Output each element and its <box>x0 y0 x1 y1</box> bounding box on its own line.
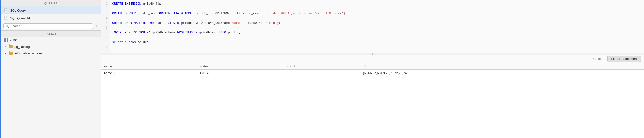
cell-name: name02 <box>101 70 197 76</box>
line-num-7: 7 <box>101 30 110 35</box>
line-num-3: 3 <box>101 11 110 16</box>
search-input-wrap: 🔍 <box>3 23 93 29</box>
line-num-2: 2 <box>101 6 110 11</box>
table-row: name02 FALSE 2 {65,66,67,68,69,70,71,72,… <box>101 70 644 76</box>
blue-accent <box>0 0 1 138</box>
tables-section-header: TABLES <box>1 30 101 37</box>
cell-status: FALSE <box>197 70 284 76</box>
results-table: name status count lob name02 FALSE 2 {65… <box>101 63 644 76</box>
folder-icon-info-schema <box>9 52 12 55</box>
svg-rect-0 <box>4 8 7 12</box>
table-name-pg-catalog: pg_catalog <box>14 45 30 49</box>
col-header-count: count <box>284 63 360 70</box>
query-label-2: SQL Query 14 <box>10 16 30 20</box>
drag-handle[interactable] <box>101 53 644 55</box>
triangle-icon-2: ► <box>4 52 7 55</box>
line-num-4: 4 <box>101 16 110 21</box>
svg-rect-4 <box>4 16 7 20</box>
code-line-3: CREATE SERVER griddb_svr FOREIGN DATA WR… <box>112 11 642 16</box>
line-num-8: 8 <box>101 35 110 40</box>
sql-query-item-2[interactable]: SQL Query 14 <box>1 14 101 22</box>
code-line-1: CREATE EXTENSION griddb_fdw; <box>112 1 642 6</box>
cell-count: 2 <box>284 70 360 76</box>
search-icon: 🔍 <box>6 24 9 28</box>
execute-button[interactable]: Execute Statement <box>608 56 641 62</box>
table-item-pg-catalog[interactable]: ► pg_catalog <box>1 43 101 50</box>
code-line-10 <box>112 45 642 49</box>
code-line-8 <box>112 35 642 40</box>
add-query-button[interactable]: + <box>94 24 98 28</box>
col-header-lob: lob <box>360 63 644 70</box>
code-area[interactable]: CREATE EXTENSION griddb_fdw; CREATE SERV… <box>110 0 644 53</box>
main-panel: 1 2 3 4 5 6 7 8 9 10 CREATE EXTENSION gr… <box>101 0 644 138</box>
code-line-9: select * from col01; <box>112 40 642 45</box>
table-item-information-schema[interactable]: ► information_schema <box>1 50 101 56</box>
query-label: SQL Query <box>10 9 26 12</box>
line-num-6: 6 <box>101 25 110 30</box>
document-icon <box>4 8 8 12</box>
table-name-col01: col01 <box>10 38 18 42</box>
col-header-name: name <box>101 63 197 70</box>
table-name-information-schema: information_schema <box>14 51 43 55</box>
toolbar: Cancel Execute Statement <box>101 55 644 63</box>
table-list: col01 ► pg_catalog ► information_schema <box>1 37 101 138</box>
code-line-2 <box>112 6 642 11</box>
line-num-5: 5 <box>101 21 110 25</box>
cancel-button[interactable]: Cancel <box>591 56 606 61</box>
queries-section-header: QUERIES <box>1 0 101 6</box>
code-line-6 <box>112 25 642 30</box>
code-line-4 <box>112 16 642 21</box>
triangle-icon: ► <box>4 45 7 48</box>
drag-dot <box>372 53 373 55</box>
search-bar-row: 🔍 + <box>1 22 101 30</box>
line-numbers: 1 2 3 4 5 6 7 8 9 10 <box>101 0 110 53</box>
line-num-10: 10 <box>101 45 110 49</box>
code-editor: 1 2 3 4 5 6 7 8 9 10 CREATE EXTENSION gr… <box>101 0 644 53</box>
table-item-col01[interactable]: col01 <box>1 37 101 43</box>
folder-icon-pg-catalog <box>9 45 12 48</box>
col-header-status: status <box>197 63 284 70</box>
line-num-1: 1 <box>101 1 110 6</box>
search-input[interactable] <box>10 24 91 28</box>
line-num-9: 9 <box>101 40 110 45</box>
table-grid-icon <box>4 38 8 42</box>
sidebar: QUERIES SQL Query SQL Query 14 <box>0 0 101 138</box>
sql-query-item-1[interactable]: SQL Query <box>1 6 101 14</box>
cell-lob: {65,66,67,68,69,70,71,72,73,74} <box>360 70 644 76</box>
results-header-row: name status count lob <box>101 63 644 70</box>
results-area: name status count lob name02 FALSE 2 {65… <box>101 63 644 138</box>
code-line-7: IMPORT FOREIGN SCHEMA griddb_schema FROM… <box>112 30 642 35</box>
code-line-5: CREATE USER MAPPING FOR public SERVER gr… <box>112 21 642 25</box>
document-icon-2 <box>4 16 8 20</box>
